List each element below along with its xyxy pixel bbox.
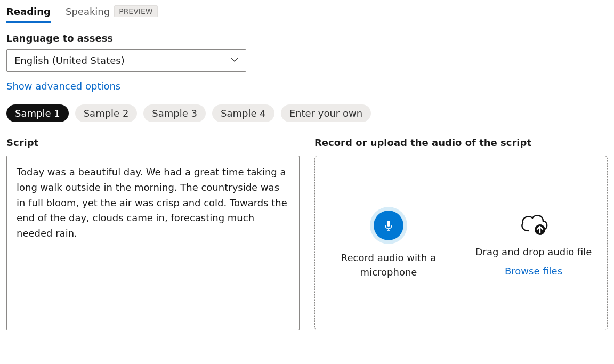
language-label: Language to assess (6, 33, 608, 44)
pill-sample-4[interactable]: Sample 4 (212, 104, 274, 122)
pill-sample-3[interactable]: Sample 3 (143, 104, 206, 122)
svg-rect-0 (387, 221, 390, 227)
script-column: Script Today was a beautiful day. We had… (6, 137, 300, 330)
tab-speaking-label: Speaking (66, 6, 110, 17)
record-area[interactable]: Record audio with a microphone (316, 156, 461, 330)
preview-badge: PREVIEW (114, 5, 157, 17)
dropzone[interactable]: Record audio with a microphone Drag and … (314, 156, 608, 330)
language-selected-value: English (United States) (6, 49, 246, 72)
script-label: Script (6, 137, 300, 148)
drop-caption: Drag and drop audio file (475, 245, 592, 259)
pill-sample-1[interactable]: Sample 1 (6, 104, 69, 122)
sample-pills: Sample 1 Sample 2 Sample 3 Sample 4 Ente… (6, 104, 608, 122)
show-advanced-link[interactable]: Show advanced options (6, 80, 120, 92)
record-caption: Record audio with a microphone (330, 250, 447, 279)
tab-speaking[interactable]: Speaking PREVIEW (66, 2, 158, 22)
script-textbox[interactable]: Today was a beautiful day. We had a grea… (6, 156, 300, 330)
tabs-bar: Reading Speaking PREVIEW (6, 2, 608, 23)
cloud-upload-icon (518, 209, 550, 238)
upload-column: Record or upload the audio of the script… (314, 137, 608, 330)
tab-reading-label: Reading (6, 6, 51, 17)
mic-icon (374, 211, 403, 240)
browse-files-link[interactable]: Browse files (505, 265, 562, 277)
pill-enter-own[interactable]: Enter your own (281, 104, 371, 122)
tab-reading[interactable]: Reading (6, 3, 51, 22)
record-button[interactable] (370, 207, 407, 244)
upload-heading: Record or upload the audio of the script (314, 137, 608, 148)
pill-sample-2[interactable]: Sample 2 (75, 104, 138, 122)
upload-area[interactable]: Drag and drop audio file Browse files (461, 156, 606, 330)
language-select[interactable]: English (United States) (6, 49, 246, 72)
